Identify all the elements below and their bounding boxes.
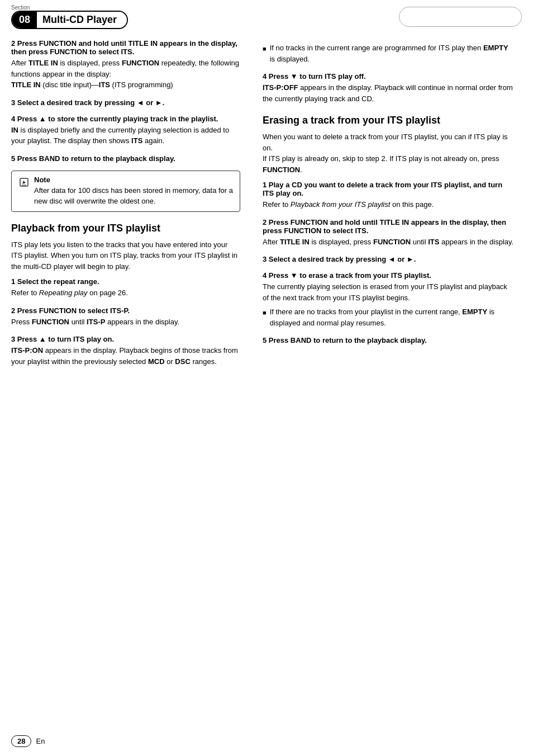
pb-step-3-body: ITS-P:ON appears in the display. Playbac… [11, 345, 240, 367]
er-bullet-square-icon: ■ [263, 308, 266, 328]
step-5-header: 5 Press BAND to return to the playback d… [11, 154, 240, 163]
page-header: Section 08 Multi-CD Player [0, 0, 533, 29]
section-title: Multi-CD Player [37, 12, 127, 28]
er-step-1-body: Refer to Playback from your ITS playlist… [263, 199, 514, 210]
erase-section-heading: Erasing a track from your ITS playlist [263, 114, 514, 127]
er-step-1-header: 1 Play a CD you want to delete a track f… [263, 181, 514, 197]
step-3-header: 3 Select a desired track by pressing ◄ o… [11, 98, 240, 107]
pb-step-3: 3 Press ▲ to turn ITS play on. ITS-P:ON … [11, 335, 240, 367]
step-4-header: 4 Press ▲ to store the currently playing… [11, 115, 240, 123]
step-5: 5 Press BAND to return to the playback d… [11, 154, 240, 163]
page-number: 28 [11, 735, 31, 747]
bullet-text: If no tracks in the current range are pr… [270, 42, 514, 64]
page-footer: 28 En [11, 735, 45, 747]
playback-intro: ITS play lets you listen to the tracks t… [11, 239, 240, 272]
er-step-2: 2 Press FUNCTION and hold until TITLE IN… [263, 218, 514, 248]
step-3: 3 Select a desired track by pressing ◄ o… [11, 98, 240, 107]
er-step-3: 3 Select a desired track by pressing ◄ o… [263, 255, 514, 263]
note-box: Note After data for 100 discs has been s… [11, 171, 240, 212]
er-step-1: 1 Play a CD you want to delete a track f… [263, 181, 514, 210]
erase-intro: When you want to delete a track from you… [263, 131, 514, 175]
er-step-4-body: The currently playing selection is erase… [263, 281, 514, 303]
pb-step-2-header: 2 Press FUNCTION to select ITS-P. [11, 306, 240, 315]
step-2-its: 2 Press FUNCTION and hold until TITLE IN… [11, 39, 240, 91]
note-icon [18, 177, 30, 191]
left-column: 2 Press FUNCTION and hold until TITLE IN… [11, 39, 257, 375]
pb-step-1: 1 Select the repeat range. Refer to Repe… [11, 277, 240, 299]
bullet-no-tracks: ■ If no tracks in the current range are … [263, 42, 514, 64]
pb-step-1-body: Refer to Repeating play on page 26. [11, 287, 240, 299]
footer-lang: En [36, 737, 45, 745]
step-4: 4 Press ▲ to store the currently playing… [11, 115, 240, 147]
pb-step-2-body: Press FUNCTION until ITS-P appears in th… [11, 316, 240, 328]
rc-step-4-header: 4 Press ▼ to turn ITS play off. [263, 72, 514, 81]
pb-step-3-header: 3 Press ▲ to turn ITS play on. [11, 335, 240, 343]
main-content: 2 Press FUNCTION and hold until TITLE IN… [0, 29, 533, 386]
playback-section-heading: Playback from your ITS playlist [11, 222, 240, 235]
er-step-5: 5 Press BAND to return to the playback d… [263, 336, 514, 344]
note-content: Note After data for 100 discs has been s… [34, 176, 233, 207]
bullet-square-icon: ■ [263, 44, 266, 64]
step-4-body: IN is displayed briefly and the currentl… [11, 125, 240, 147]
step-2-body: After TITLE IN is displayed, press FUNCT… [11, 58, 240, 91]
section-box: Section 08 Multi-CD Player [11, 4, 128, 29]
er-step-5-header: 5 Press BAND to return to the playback d… [263, 336, 514, 344]
right-column: ■ If no tracks in the current range are … [257, 39, 514, 375]
er-step-2-header: 2 Press FUNCTION and hold until TITLE IN… [263, 218, 514, 235]
header-right-box [399, 7, 522, 27]
er-bullet-text: If there are no tracks from your playlis… [270, 306, 514, 328]
step-2-header: 2 Press FUNCTION and hold until TITLE IN… [11, 39, 240, 56]
rc-step-4-body: ITS-P:OFF appears in the display. Playba… [263, 82, 514, 104]
section-number: 08 [12, 12, 37, 28]
er-bullet-1: ■ If there are no tracks from your playl… [263, 306, 514, 328]
section-label: Section [11, 4, 30, 11]
er-step-4: 4 Press ▼ to erase a track from your ITS… [263, 271, 514, 328]
er-step-2-body: After TITLE IN is displayed, press FUNCT… [263, 237, 514, 248]
pb-step-1-header: 1 Select the repeat range. [11, 277, 240, 286]
section-number-title: 08 Multi-CD Player [11, 11, 128, 29]
er-step-4-header: 4 Press ▼ to erase a track from your ITS… [263, 271, 514, 280]
pb-step-2: 2 Press FUNCTION to select ITS-P. Press … [11, 306, 240, 328]
er-step-3-header: 3 Select a desired track by pressing ◄ o… [263, 255, 514, 263]
rc-step-4: 4 Press ▼ to turn ITS play off. ITS-P:OF… [263, 72, 514, 104]
